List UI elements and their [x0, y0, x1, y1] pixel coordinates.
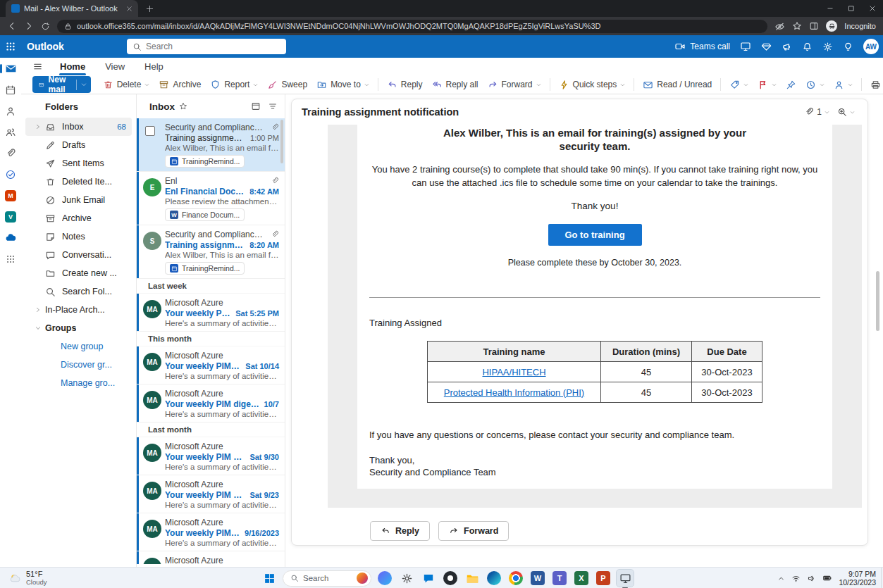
new-mail-button[interactable]: New mail [32, 76, 91, 93]
rail-more-apps-icon[interactable] [5, 253, 17, 265]
list-item[interactable]: MA Microsoft Azure [137, 551, 285, 564]
settings-app-icon[interactable] [398, 570, 415, 587]
report-button[interactable]: Report [206, 77, 262, 92]
site-info-icon[interactable] [64, 23, 72, 30]
chrome-icon[interactable] [507, 570, 524, 587]
chevron-up-icon[interactable] [777, 575, 785, 582]
chevron-down-icon[interactable] [848, 82, 853, 87]
avatar[interactable]: MA [143, 520, 161, 538]
print-icon[interactable] [866, 77, 883, 92]
groups-header[interactable]: Groups [21, 319, 136, 337]
github-app-icon[interactable] [442, 570, 459, 587]
devices-icon[interactable] [740, 41, 751, 52]
flag-icon[interactable] [753, 77, 781, 92]
file-explorer-icon[interactable] [464, 570, 481, 587]
reply-response-button[interactable]: Reply [370, 521, 430, 541]
side-panel-icon[interactable] [809, 21, 819, 31]
filter-icon[interactable] [268, 101, 278, 111]
zoom-dropdown[interactable] [834, 106, 858, 118]
outlook-search-box[interactable] [127, 39, 286, 54]
folder-create-new[interactable]: Create new ... [21, 264, 136, 282]
battery-icon[interactable] [822, 573, 832, 583]
clock-widget[interactable]: 9:07 PM 10/23/2023 [839, 570, 876, 587]
rail-people-icon[interactable] [5, 105, 17, 117]
avatar[interactable]: MA [143, 482, 161, 500]
chevron-down-icon[interactable] [144, 82, 149, 87]
folder-inplace-archive[interactable]: In-Place Arch... [21, 301, 136, 319]
folder-notes[interactable]: Notes [21, 227, 136, 246]
list-item[interactable]: MA Microsoft Azure Your weekly PIM diges… [137, 384, 285, 423]
chevron-down-icon[interactable] [364, 82, 369, 87]
rail-m365-icon[interactable]: M [5, 189, 17, 201]
folder-sent-items[interactable]: Sent Items [21, 154, 136, 173]
avatar[interactable]: MA [143, 558, 161, 564]
folder-deleted-items[interactable]: Deleted Ite... [21, 173, 136, 191]
rail-mail-icon[interactable] [5, 63, 17, 75]
page-scrollbar[interactable] [876, 271, 879, 331]
list-item[interactable]: MA Microsoft Azure Your weekly PIM di...… [137, 294, 285, 332]
word-icon[interactable]: W [529, 570, 546, 587]
manage-groups-link[interactable]: Manage gro... [21, 374, 136, 392]
chevron-down-icon[interactable] [35, 325, 45, 331]
chevron-down-icon[interactable] [253, 82, 258, 87]
copilot-icon[interactable] [376, 570, 393, 587]
new-mail-chevron-icon[interactable] [77, 82, 91, 87]
rail-onedrive-icon[interactable] [5, 232, 17, 244]
bookmark-star-icon[interactable] [792, 21, 802, 31]
select-messages-icon[interactable] [251, 101, 261, 111]
sweep-button[interactable]: Sweep [263, 77, 311, 92]
quick-steps-button[interactable]: Quick steps [555, 77, 630, 92]
announcements-icon[interactable] [782, 42, 792, 52]
powerpoint-icon[interactable]: P [595, 570, 612, 587]
tab-view[interactable]: View [98, 59, 132, 74]
rail-todo-icon[interactable] [5, 168, 17, 180]
reload-icon[interactable] [41, 22, 50, 31]
forward-response-button[interactable]: Forward [438, 521, 509, 541]
user-avatar[interactable]: AW [863, 39, 879, 54]
chevron-down-icon[interactable] [820, 82, 825, 87]
avatar[interactable]: MA [143, 391, 161, 409]
training-link[interactable]: Protected Health Information (PHI) [444, 387, 584, 398]
window-close-button[interactable] [862, 0, 883, 17]
taskbar-search[interactable]: Search [283, 570, 371, 587]
list-scrollbar[interactable] [280, 120, 283, 163]
forward-icon[interactable] [24, 21, 34, 31]
attachments-dropdown[interactable]: 1 [801, 106, 832, 118]
chevron-down-icon[interactable] [772, 82, 777, 87]
snooze-clock-icon[interactable] [801, 77, 829, 92]
new-group-link[interactable]: New group [21, 337, 136, 356]
premium-diamond-icon[interactable] [761, 42, 772, 52]
folder-archive[interactable]: Archive [21, 209, 136, 227]
settings-gear-icon[interactable] [822, 42, 833, 52]
list-item[interactable]: MA Microsoft Azure Your weekly PIM diges… [137, 346, 285, 384]
categorize-tag-icon[interactable] [725, 77, 753, 92]
tips-lightbulb-icon[interactable] [843, 42, 853, 52]
weather-widget[interactable]: 51°FCloudy [4, 568, 51, 588]
favorite-star-icon[interactable] [179, 102, 187, 111]
avatar[interactable]: MA [143, 444, 161, 462]
move-to-button[interactable]: Move to [312, 77, 373, 92]
reply-button[interactable]: Reply [383, 77, 427, 92]
folder-inbox[interactable]: Inbox 68 [25, 118, 132, 136]
window-minimize-button[interactable] [820, 0, 841, 17]
avatar[interactable]: S [143, 232, 161, 250]
app-launcher-icon[interactable] [0, 35, 21, 58]
training-link[interactable]: HIPAA/HITECH [482, 367, 545, 377]
rail-groups-icon[interactable] [5, 126, 17, 138]
tab-help[interactable]: Help [137, 59, 171, 74]
reply-all-button[interactable]: Reply all [428, 77, 483, 92]
rail-calendar-icon[interactable] [5, 84, 17, 96]
go-to-training-button[interactable]: Go to training [548, 224, 642, 246]
window-maximize-button[interactable] [841, 0, 862, 17]
list-item[interactable]: MA Microsoft Azure Your weekly PIM diges… [137, 475, 285, 513]
new-tab-button[interactable] [141, 0, 158, 17]
back-icon[interactable] [7, 21, 17, 31]
folder-conversation-history[interactable]: Conversati... [21, 246, 136, 264]
avatar[interactable]: MA [143, 300, 161, 318]
chevron-down-icon[interactable] [743, 82, 748, 87]
folder-junk-email[interactable]: Junk Email [21, 191, 136, 209]
attachment-chip[interactable]: TrainingRemind... [165, 262, 245, 275]
email-checkbox[interactable] [145, 126, 155, 136]
read-unread-button[interactable]: Read / Unread [638, 77, 716, 92]
teams-call-button[interactable]: Teams call [674, 41, 730, 52]
